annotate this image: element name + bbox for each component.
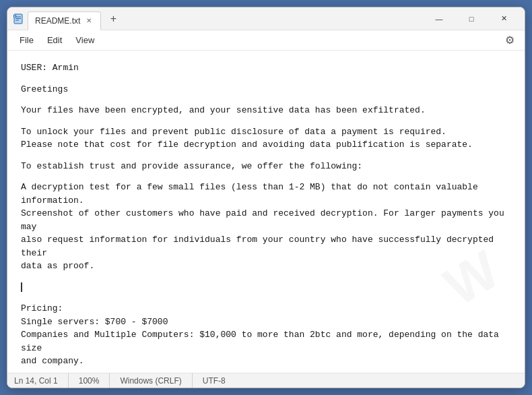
notepad-window: README.txt ✕ + — □ ✕ File Edit View ⚙ W … [7,7,525,388]
status-bar: Ln 14, Col 1 100% Windows (CRLF) UTF-8 [7,373,525,388]
menu-file[interactable]: File [13,32,40,48]
new-tab-button[interactable]: + [105,11,121,27]
zoom-level: 100% [69,373,110,388]
line-ending: Windows (CRLF) [110,373,192,388]
active-tab[interactable]: README.txt ✕ [28,11,101,30]
text-line-3: Your files have been encrypted, and your… [21,104,511,117]
settings-icon[interactable]: ⚙ [500,31,519,50]
text-cursor-line [21,281,511,295]
menu-view[interactable]: View [69,32,101,48]
title-bar: README.txt ✕ + — □ ✕ [7,7,525,30]
text-line-6: A decryption test for a few small files … [21,181,511,273]
tab-close-button[interactable]: ✕ [84,16,94,26]
menu-edit[interactable]: Edit [40,32,69,48]
encoding: UTF-8 [193,373,236,388]
text-line-1: USER: Armin [21,61,511,75]
app-icon [13,13,24,24]
menu-bar-right: ⚙ [500,31,519,50]
text-editor-content[interactable]: W USER: Armin Greetings Your files have … [7,51,525,373]
minimize-button[interactable]: — [424,7,455,30]
close-button[interactable]: ✕ [488,7,519,30]
tab-label: README.txt [35,16,80,26]
cursor-position: Ln 14, Col 1 [14,373,69,388]
text-pricing: Pricing: Single servers: $700 - $7000 Co… [21,302,511,368]
maximize-button[interactable]: □ [456,7,487,30]
text-line-2: Greetings [21,83,511,96]
menu-bar: File Edit View ⚙ [7,30,525,51]
window-controls: — □ ✕ [424,7,519,30]
text-line-5: To establish trust and provide assurance… [21,160,511,173]
title-bar-left: README.txt ✕ + [13,9,424,28]
text-cursor [21,282,22,292]
text-line-4: To unlock your files and prevent public … [21,125,511,152]
